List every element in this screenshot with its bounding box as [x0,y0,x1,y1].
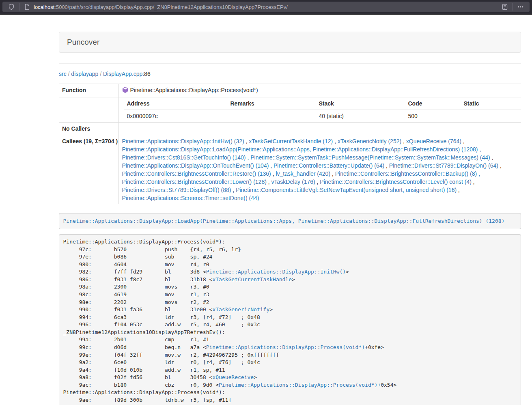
function-details-row: Address Remarks Stack Code Static 0x0000… [59,97,521,123]
page-title: Puncover [67,38,99,46]
callee-link[interactable]: xTaskGenericNotify (252) [338,138,401,144]
function-name-cell: Pinetime::Applications::DisplayApp::Proc… [118,84,521,97]
package-icon [122,87,128,95]
details-table: Address Remarks Stack Code Static 0x0000… [124,97,521,122]
breadcrumb-separator: / [67,71,71,77]
no-callers-label: No Callers [59,123,118,135]
toolbar-divider [513,3,513,11]
page-content: Puncover src / displayapp / DisplayApp.c… [59,32,521,405]
callee-link[interactable]: Pinetime::Applications::DisplayApp::Load… [122,146,478,153]
table-row: 0x0000097c 40 (static) 500 [124,110,521,123]
url-host: localhost [34,4,54,10]
page-icon [22,2,32,12]
assembly-listing: Pinetime::Applications::DisplayApp::Proc… [59,234,521,405]
callee-link[interactable]: Pinetime::Applications::DisplayApp::OnTo… [122,162,269,169]
no-callers-row: No Callers [59,123,521,135]
column-header-stack: Stack [316,97,405,110]
function-table: Function Pinetime::Applications::Display… [59,84,521,204]
breadcrumb: src / displayapp / DisplayApp.cpp:86 [59,71,521,77]
callees-row: Callees (19, Σ=3704 ) Pinetime::Applicat… [59,135,521,205]
column-header-static: Static [461,97,521,110]
asm-symbol-link[interactable]: xQueueReceive [212,374,254,380]
breadcrumb-link[interactable]: src [59,71,67,77]
callee-link[interactable]: Pinetime::Controllers::BrightnessControl… [320,179,471,185]
callee-link[interactable]: Pinetime::Controllers::BrightnessControl… [122,170,271,177]
callee-link[interactable]: xQueueReceive (764) [406,138,461,144]
browser-toolbar: localhost:5000/path/src/displayapp/Displ… [0,0,532,14]
asm-symbol-link[interactable]: xTaskGenericNotify [212,306,269,312]
asm-symbol-link[interactable]: xTaskGetCurrentTaskHandle [212,276,292,282]
callee-link[interactable]: xTaskGetCurrentTaskHandle (12) [249,138,333,144]
address-value: 0x0000097c [124,110,227,123]
callee-link[interactable]: Pinetime::Controllers::BrightnessControl… [335,170,477,177]
details-cell: Address Remarks Stack Code Static 0x0000… [118,97,521,123]
stack-value: 40 (static) [316,110,405,123]
column-header-code: Code [405,97,461,110]
breadcrumb-link[interactable]: DisplayApp.cpp [103,71,142,77]
callers-cell [118,123,521,135]
breadcrumb-line-number: :86 [142,71,150,77]
toolbar-divider [19,3,19,11]
remarks-value [227,110,316,123]
empty-cell [59,97,118,123]
function-label: Function [59,84,118,97]
callee-link[interactable]: Pinetime::Applications::DisplayApp::Init… [122,138,244,144]
breadcrumb-separator: / [98,71,103,77]
url-text: localhost:5000/path/src/displayapp/Displ… [34,4,500,10]
static-value [461,110,521,123]
callee-link[interactable]: vTaskDelay (176) [271,179,315,185]
column-header-address: Address [124,97,227,110]
callee-link[interactable]: Pinetime::Drivers::Cst816S::GetTouchInfo… [122,154,246,161]
asm-symbol-link[interactable]: Pinetime::Applications::DisplayApp::Proc… [219,382,377,388]
menu-dots-icon[interactable] [516,2,526,12]
callees-list: Pinetime::Applications::DisplayApp::Init… [118,135,521,205]
url-path: :5000/path/src/displayapp/DisplayApp.cpp… [54,4,288,10]
asm-symbol-link[interactable]: Pinetime::Applications::DisplayApp::Proc… [206,344,365,350]
selected-callee-link[interactable]: Pinetime::Applications::DisplayApp::Load… [63,218,505,224]
divider [59,63,521,64]
reader-mode-icon[interactable] [500,2,510,12]
callee-link[interactable]: Pinetime::Drivers::St7789::DisplayOff() … [122,187,231,193]
callee-link[interactable]: Pinetime::Controllers::Battery::Update()… [274,162,384,169]
callee-link[interactable]: Pinetime::Applications::Screens::Timer::… [122,195,259,201]
callee-link[interactable]: Pinetime::Drivers::St7789::DisplayOn() (… [389,162,498,169]
app-header-panel: Puncover [59,32,521,53]
shield-icon[interactable] [6,2,16,12]
selected-callee-box: Pinetime::Applications::DisplayApp::Load… [59,213,521,229]
callee-link[interactable]: lv_task_handler (420) [276,170,330,177]
code-value: 500 [405,110,461,123]
url-bar[interactable]: localhost:5000/path/src/displayapp/Displ… [2,2,530,12]
callee-link[interactable]: Pinetime::System::SystemTask::PushMessag… [250,154,490,161]
column-header-remarks: Remarks [227,97,316,110]
function-name: Pinetime::Applications::DisplayApp::Proc… [130,87,258,93]
breadcrumb-link[interactable]: displayapp [71,71,98,77]
asm-symbol-link[interactable]: Pinetime::Applications::DisplayApp::Init… [206,269,346,275]
callees-label: Callees (19, Σ=3704 ) [59,135,118,205]
function-row: Function Pinetime::Applications::Display… [59,84,521,97]
callee-link[interactable]: Pinetime::Components::LittleVgl::SetNewT… [236,187,457,193]
callee-link[interactable]: Pinetime::Controllers::BrightnessControl… [122,179,267,185]
window-edge [0,14,532,15]
